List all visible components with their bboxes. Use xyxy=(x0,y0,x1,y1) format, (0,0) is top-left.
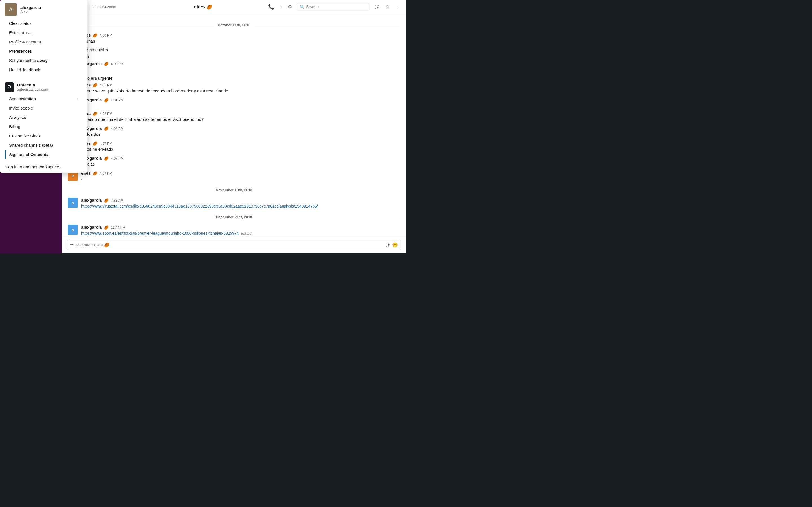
preferences-item[interactable]: Preferences xyxy=(4,47,83,56)
avatar: a xyxy=(68,225,78,235)
search-icon: 🔍 xyxy=(300,4,305,9)
message-time: 4:07 PM xyxy=(100,142,112,146)
message-input[interactable] xyxy=(76,242,383,247)
billing-item[interactable]: Billing xyxy=(4,122,83,131)
date-line-right xyxy=(255,217,400,217)
message-text: https://www.sport.es/es/noticias/premier… xyxy=(81,230,400,236)
message-time: 4:01 PM xyxy=(100,83,112,87)
message-header: alexgarcia 🏉 12:44 PM xyxy=(81,225,400,230)
message-header: alexgarcia 🏉 4:07 PM xyxy=(81,156,400,161)
messages-area: October 11th, 2018 e elies 🏉 4:00 PM bue… xyxy=(62,14,406,236)
message-group: a alexgarcia 🏉 12:44 PM https://www.spor… xyxy=(62,224,406,236)
set-away-item[interactable]: Set yourself to away xyxy=(4,56,83,65)
message-plus-icon[interactable]: + xyxy=(70,242,73,248)
sign-in-another-label: Sign in to another workspace... xyxy=(4,165,63,169)
at-icon[interactable]: @ xyxy=(373,3,380,11)
workspace-avatar-letter: O xyxy=(8,84,11,90)
dropdown-display-name: Álex xyxy=(20,10,41,14)
message-time: 4:01 PM xyxy=(111,98,123,102)
message-content: alexgarcia 🏉 4:02 PM de los dos xyxy=(81,126,400,137)
administration-item[interactable]: Administration › xyxy=(4,94,83,103)
search-box[interactable]: 🔍 Search xyxy=(297,3,370,10)
edit-status-label: Edit status... xyxy=(9,30,33,35)
message-author-emoji: 🏉 xyxy=(93,83,97,87)
message-text: · xyxy=(81,176,400,182)
channel-real-name: Elies Guzmán xyxy=(93,5,116,9)
message-text: https://www.virustotal.com/es/file/d3560… xyxy=(81,203,400,209)
more-icon[interactable]: ⋮ xyxy=(394,3,402,11)
message-header: elies 🏉 4:00 PM xyxy=(81,33,400,38)
clear-status-label: Clear status xyxy=(9,21,32,25)
message-author-emoji: 🏉 xyxy=(104,126,109,131)
message-author-emoji: 🏉 xyxy=(104,156,109,161)
date-line-left xyxy=(68,190,212,190)
at-mention-icon[interactable]: @ xyxy=(386,242,390,247)
profile-account-label: Profile & account xyxy=(9,40,41,44)
info-icon[interactable]: ℹ xyxy=(279,3,283,11)
clear-status-item[interactable]: Clear status xyxy=(4,18,83,28)
active-indicator xyxy=(4,150,6,159)
message-content: elies 🏉 4:02 PM diciendo que con el de E… xyxy=(81,111,400,122)
message-text: de los dos xyxy=(81,131,400,137)
shared-channels-item[interactable]: Shared channels (beta) xyxy=(4,140,83,150)
channel-name: elies xyxy=(194,4,205,10)
message-content: elies 🏉 4:00 PM buenas xyxy=(81,33,400,44)
message-header: alexgarcia 🏉 7:33 AM xyxy=(81,198,400,203)
date-line-left xyxy=(68,217,213,217)
message-time: 4:00 PM xyxy=(111,62,123,66)
analytics-label: Analytics xyxy=(9,115,26,120)
message-text: buenas xyxy=(81,38,400,44)
billing-label: Billing xyxy=(9,124,20,129)
shared-channels-label: Shared channels (beta) xyxy=(9,143,53,148)
message-group: e elies 🏉 4:07 PM te los he enviado xyxy=(62,140,406,154)
message-author-emoji: 🏉 xyxy=(93,142,97,146)
date-divider-nov: November 13th, 2018 xyxy=(68,188,400,192)
phone-icon[interactable]: 📞 xyxy=(267,3,275,11)
message-time: 12:44 PM xyxy=(111,226,125,230)
sign-in-another-item[interactable]: Sign in to another workspace... xyxy=(0,162,87,172)
workspace-info: Ontecnia ontecnia.slack.com xyxy=(17,82,48,92)
message-link[interactable]: https://www.virustotal.com/es/file/d3560… xyxy=(81,204,318,209)
help-feedback-item[interactable]: Help & feedback xyxy=(4,65,83,74)
message-author-emoji: 🏉 xyxy=(104,62,109,66)
emoji-picker-icon[interactable]: 😊 xyxy=(392,242,398,247)
message-link[interactable]: https://www.sport.es/es/noticias/premier… xyxy=(81,231,239,235)
message-group: e elies 🏉 4:00 PM buenas xyxy=(62,32,406,45)
analytics-item[interactable]: Analytics xyxy=(4,113,83,122)
message-author-emoji: 🏉 xyxy=(104,198,109,203)
app-container: Ontecnia ▾ 🔔 alexgarcia 🏉 lauriane 👺 rob… xyxy=(0,0,406,253)
message-text: te los he enviado xyxy=(81,146,400,152)
message-content: alexgarcia 🏉 4:07 PM gracias xyxy=(81,156,400,167)
date-label-nov: November 13th, 2018 xyxy=(212,188,256,192)
profile-account-item[interactable]: Profile & account xyxy=(4,37,83,47)
message-author-emoji: 🏉 xyxy=(104,225,109,230)
message-author-emoji: 🏉 xyxy=(93,171,97,175)
message-group: a alexgarcia 🏉 4:01 PM xyxy=(62,96,406,109)
message-header: alexgarcia 🏉 4:01 PM xyxy=(81,98,400,102)
sign-out-item[interactable]: Sign out of Ontecnia xyxy=(4,150,83,159)
avatar: a xyxy=(68,198,78,208)
message-text: ya xyxy=(81,66,400,73)
message-content: alexgarcia 🏉 4:01 PM xyxy=(81,98,400,108)
date-label-oct: October 11th, 2018 xyxy=(214,23,254,27)
invite-people-item[interactable]: Invite people xyxy=(4,103,83,113)
dropdown-bottom-section: Sign in to another workspace... xyxy=(0,161,87,173)
message-text: diciendo que con el de Embajadoras tenem… xyxy=(81,116,400,122)
sign-out-label: Sign out of Ontecnia xyxy=(9,152,49,157)
message-input-box: + @ 😊 xyxy=(66,240,402,250)
message-content: alexgarcia 🏉 12:44 PM https://www.sport.… xyxy=(81,225,400,236)
date-line-right xyxy=(256,190,400,190)
customize-slack-label: Customize Slack xyxy=(9,133,41,138)
settings-icon[interactable]: ⚙ xyxy=(287,3,293,11)
preferences-label: Preferences xyxy=(9,49,32,54)
edit-status-item[interactable]: Edit status... xyxy=(4,28,83,37)
administration-label: Administration xyxy=(9,96,36,101)
star-header-icon[interactable]: ☆ xyxy=(384,3,391,11)
message-compact: pero era urgente xyxy=(62,75,406,82)
customize-slack-item[interactable]: Customize Slack xyxy=(4,131,83,140)
channel-header: ☆ active | Elies Guzmán elies 🏉 📞 ℹ ⚙ 🔍 … xyxy=(62,0,406,14)
edited-tag: (edited) xyxy=(241,231,253,235)
message-author: alexgarcia xyxy=(81,225,102,230)
chevron-right-icon: › xyxy=(77,97,79,101)
date-label-dec: December 21st, 2018 xyxy=(213,215,256,219)
